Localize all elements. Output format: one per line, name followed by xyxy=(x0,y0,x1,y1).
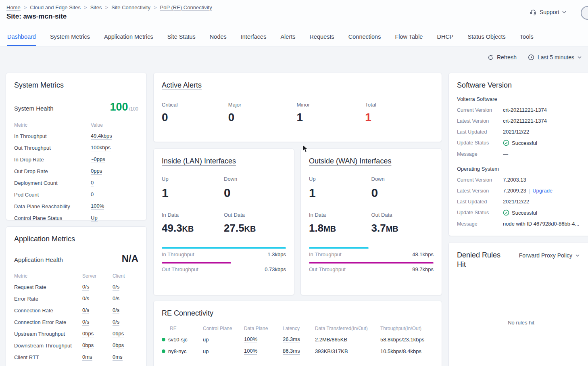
inside-lan-interfaces-card: Inside (LAN) Interfaces Up 1 Down 0 In D… xyxy=(153,148,294,295)
table-row: Update Status Successful xyxy=(457,207,585,218)
client-value-link[interactable]: 0bps xyxy=(113,342,124,349)
tab-tools[interactable]: Tools xyxy=(520,27,534,46)
latency-link[interactable]: 26.3ms xyxy=(283,336,300,343)
tab-system-metrics[interactable]: System Metrics xyxy=(50,27,90,46)
server-value-link[interactable]: 0/s xyxy=(82,295,89,302)
support-menu[interactable]: Support xyxy=(530,8,566,16)
out-throughput-bar xyxy=(162,262,231,264)
latency-link[interactable]: 86.3ms xyxy=(283,348,300,355)
alert-total: Total 1 xyxy=(365,102,434,124)
tab-status-objects[interactable]: Status Objects xyxy=(468,27,506,46)
breadcrumb-separator: > xyxy=(105,4,108,10)
denied-rules-title: Denied Rules Hit xyxy=(457,251,509,269)
table-row: ny8-nyc up 100% 86.3ms 393KB/317KB 10.5k… xyxy=(162,345,434,357)
data-transferred-value: 2.2MB/865KB xyxy=(315,337,380,343)
application-metrics-title: Application Metrics xyxy=(14,235,138,243)
breadcrumb-separator: > xyxy=(84,4,87,10)
outside-wan-interfaces-title[interactable]: Outside (WAN) Interfaces xyxy=(309,157,391,165)
column-header-control-plane: Control Plane xyxy=(203,326,244,331)
metric-value-link[interactable]: 0 xyxy=(91,191,94,198)
tab-interfaces[interactable]: Interfaces xyxy=(241,27,267,46)
inside-lan-interfaces-title[interactable]: Inside (LAN) Interfaces xyxy=(162,157,236,165)
time-range-select[interactable]: Last 5 minutes xyxy=(528,54,582,61)
throughput-value: 58.8kbps/23.1kbps xyxy=(380,337,434,343)
down-stat: Down 0 xyxy=(371,176,434,200)
server-value-link[interactable]: 0bps xyxy=(82,342,94,349)
metric-value-link[interactable]: 100kbps xyxy=(91,144,111,151)
out-throughput-value: 0.73kbps xyxy=(265,266,286,272)
metric-value-link[interactable]: ~0pps xyxy=(91,156,105,163)
client-value-link[interactable]: 0bps xyxy=(113,330,124,337)
in-throughput-bar xyxy=(162,247,286,249)
table-row: Connection Rate0/s0/s xyxy=(14,305,138,316)
table-row: Update Status Successful xyxy=(457,137,585,148)
table-row: Message— xyxy=(457,148,585,159)
breadcrumb-cloud-edge-sites[interactable]: Cloud and Edge Sites xyxy=(30,4,81,10)
client-value-link[interactable]: 0/s xyxy=(113,307,119,314)
metric-label: Request Rate xyxy=(14,284,82,290)
breadcrumb-separator: > xyxy=(24,4,27,10)
avatar[interactable] xyxy=(581,6,588,20)
breadcrumb-site-connectivity[interactable]: Site Connectivity xyxy=(111,4,150,10)
alert-major: Major 0 xyxy=(228,102,297,124)
system-health-value: 100/100 xyxy=(110,101,138,113)
tab-nodes[interactable]: Nodes xyxy=(210,27,227,46)
tab-alerts[interactable]: Alerts xyxy=(280,27,295,46)
data-plane-link[interactable]: 100% xyxy=(244,348,257,355)
system-health-label: System Health xyxy=(14,105,54,112)
tab-requests[interactable]: Requests xyxy=(310,27,334,46)
denied-rules-filter-select[interactable]: Forward Proxy Policy xyxy=(519,252,580,259)
tab-connections[interactable]: Connections xyxy=(348,27,381,46)
client-value-link[interactable]: 0/s xyxy=(113,319,119,326)
metric-value-link[interactable]: 100% xyxy=(91,203,104,210)
application-health-value: N/A xyxy=(122,253,138,264)
alert-value: 1 xyxy=(365,111,434,124)
tab-dhcp[interactable]: DHCP xyxy=(437,27,453,46)
application-metrics-card: Application Metrics Application Health N… xyxy=(6,226,147,366)
divider: | xyxy=(529,188,530,194)
alert-label: Major xyxy=(228,102,297,108)
server-value-link[interactable]: 0bps xyxy=(82,330,94,337)
client-value-link[interactable]: 0/s xyxy=(113,284,119,291)
tab-application-metrics[interactable]: Application Metrics xyxy=(104,27,153,46)
table-row: Error Rate0/s0/s xyxy=(14,293,138,305)
client-value-link[interactable]: 0ms xyxy=(113,354,123,361)
topbar: Home > Cloud and Edge Sites > Sites > Si… xyxy=(0,0,588,27)
metric-value-link[interactable]: 49.4kbps xyxy=(91,133,112,140)
tab-dashboard[interactable]: Dashboard xyxy=(7,27,36,46)
refresh-button[interactable]: Refresh xyxy=(488,54,517,61)
breadcrumb-home[interactable]: Home xyxy=(6,4,21,10)
clock-icon xyxy=(528,54,534,61)
tab-site-status[interactable]: Site Status xyxy=(167,27,196,46)
breadcrumb-pop-re-connectivity[interactable]: PoP (RE) Connectivity xyxy=(160,4,212,10)
application-metrics-table: Metric Server Client Request Rate0/s0/s … xyxy=(14,271,138,366)
upgrade-link[interactable]: Upgrade xyxy=(532,188,553,194)
active-alerts-title[interactable]: Active Alerts xyxy=(162,81,202,90)
table-row: Pod Count0 xyxy=(14,189,138,201)
table-row: Last Updated2021/12/22 xyxy=(457,196,585,207)
metric-value-link[interactable]: 0 xyxy=(91,180,94,186)
down-stat: Down 0 xyxy=(224,176,286,200)
client-value-link[interactable]: 0/s xyxy=(113,295,119,302)
metric-value-link[interactable]: 0pps xyxy=(91,168,102,175)
server-value-link[interactable]: 0/s xyxy=(82,319,89,326)
system-metrics-table: Metric Value In Throughput49.4kbps Out T… xyxy=(14,120,138,224)
page-title: Site: aws-mcn-site xyxy=(6,13,67,21)
server-value-link[interactable]: 0/s xyxy=(82,284,89,291)
out-data-stat: Out Data 27.5KB xyxy=(224,212,286,234)
table-row: Current Version7.2003.13 xyxy=(457,174,585,185)
time-range-label: Last 5 minutes xyxy=(538,54,574,61)
alert-value: 0 xyxy=(162,111,228,124)
metric-label: Control Plane Status xyxy=(14,215,91,221)
tab-flow-table[interactable]: Flow Table xyxy=(395,27,423,46)
metric-label: Data Plane Reachability xyxy=(14,203,91,209)
breadcrumb-sites[interactable]: Sites xyxy=(90,4,102,10)
outside-wan-interfaces-card: Outside (WAN) Interfaces Up 1 Down 0 In … xyxy=(300,148,442,295)
metric-value-link[interactable]: Up xyxy=(91,215,98,222)
server-value-link[interactable]: 0/s xyxy=(82,307,89,314)
server-value-link[interactable]: 0ms xyxy=(82,354,92,361)
software-version-card: Software Version Volterra Software Curre… xyxy=(448,73,588,236)
column-header-throughput: Throughput(In/Out) xyxy=(380,326,434,331)
data-plane-link[interactable]: 100% xyxy=(244,336,257,343)
in-throughput-label: In Throughput xyxy=(309,251,342,257)
